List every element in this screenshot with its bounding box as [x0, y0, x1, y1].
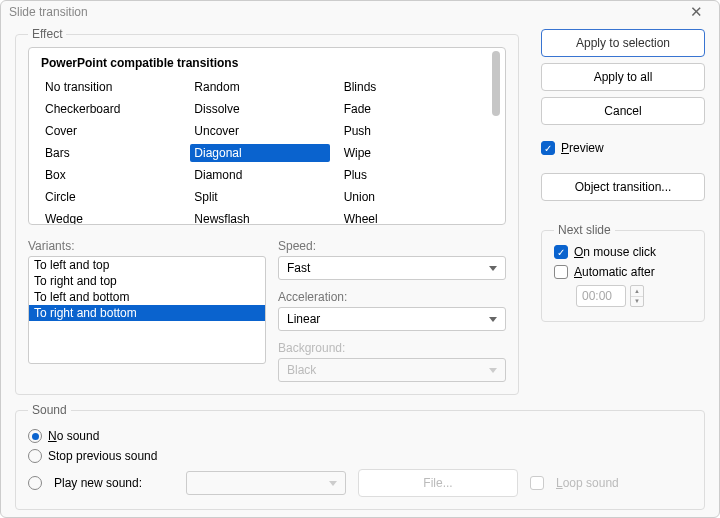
variant-item[interactable]: To left and top	[29, 257, 265, 273]
dialog-window: Slide transition ✕ Effect PowerPoint com…	[0, 0, 720, 518]
variants-label: Variants:	[28, 239, 266, 253]
spinner-down-icon: ▼	[631, 297, 643, 307]
loop-sound-label: Loop sound	[556, 476, 619, 490]
sound-file-select	[186, 471, 346, 495]
effect-item[interactable]: Bars	[41, 144, 190, 162]
side-column: Apply to selection Apply to all Cancel ✓…	[541, 23, 705, 395]
effect-item[interactable]: Newsflash	[190, 210, 339, 225]
effect-item[interactable]: Wedge	[41, 210, 190, 225]
file-button: File...	[358, 469, 518, 497]
effect-item[interactable]: Cover	[41, 122, 190, 140]
titlebar: Slide transition ✕	[1, 1, 719, 23]
automatic-after-checkbox[interactable]	[554, 265, 568, 279]
scrollbar-thumb[interactable]	[492, 51, 500, 116]
acceleration-label: Acceleration:	[278, 290, 506, 304]
effect-item[interactable]: Box	[41, 166, 190, 184]
dialog-title: Slide transition	[9, 5, 682, 19]
time-input[interactable]: 00:00	[576, 285, 626, 307]
effect-item[interactable]: Union	[340, 188, 489, 206]
play-sound-radio[interactable]	[28, 476, 42, 490]
effect-legend: Effect	[28, 27, 66, 41]
loop-sound-checkbox	[530, 476, 544, 490]
effect-item[interactable]: Diagonal	[190, 144, 330, 162]
effect-item[interactable]: Uncover	[190, 122, 339, 140]
apply-selection-button[interactable]: Apply to selection	[541, 29, 705, 57]
effect-fieldset: Effect PowerPoint compatible transitions…	[15, 27, 519, 395]
next-slide-legend: Next slide	[554, 223, 615, 237]
next-slide-fieldset: Next slide ✓ On mouse click Automatic af…	[541, 223, 705, 322]
close-icon[interactable]: ✕	[682, 1, 711, 23]
effect-item[interactable]: Dissolve	[190, 100, 339, 118]
no-sound-radio[interactable]	[28, 429, 42, 443]
speed-select[interactable]: Fast	[278, 256, 506, 280]
effect-category-header: PowerPoint compatible transitions	[41, 56, 489, 70]
preview-label: Preview	[561, 141, 604, 155]
acceleration-select[interactable]: Linear	[278, 307, 506, 331]
preview-checkbox[interactable]: ✓	[541, 141, 555, 155]
speed-label: Speed:	[278, 239, 506, 253]
effect-item[interactable]: Circle	[41, 188, 190, 206]
effect-item[interactable]: Fade	[340, 100, 489, 118]
stop-sound-label: Stop previous sound	[48, 449, 157, 463]
background-label: Background:	[278, 341, 506, 355]
sound-fieldset: Sound No sound Stop previous sound Play …	[15, 403, 705, 510]
stop-sound-radio[interactable]	[28, 449, 42, 463]
no-sound-label: No sound	[48, 429, 99, 443]
object-transition-button[interactable]: Object transition...	[541, 173, 705, 201]
variant-item[interactable]: To right and top	[29, 273, 265, 289]
effect-item[interactable]: Push	[340, 122, 489, 140]
on-mouse-click-checkbox[interactable]: ✓	[554, 245, 568, 259]
cancel-button[interactable]: Cancel	[541, 97, 705, 125]
effect-item[interactable]: Random	[190, 78, 339, 96]
variants-listbox[interactable]: To left and topTo right and topTo left a…	[28, 256, 266, 364]
variant-item[interactable]: To left and bottom	[29, 289, 265, 305]
effect-item[interactable]: Diamond	[190, 166, 339, 184]
effect-item[interactable]: Split	[190, 188, 339, 206]
effect-item[interactable]: Wheel	[340, 210, 489, 225]
effect-item[interactable]: Plus	[340, 166, 489, 184]
automatic-after-label: Automatic after	[574, 265, 655, 279]
effect-item[interactable]: Checkerboard	[41, 100, 190, 118]
variant-item[interactable]: To right and bottom	[29, 305, 265, 321]
effect-listbox[interactable]: PowerPoint compatible transitions No tra…	[28, 47, 506, 225]
play-sound-label: Play new sound:	[54, 476, 174, 490]
effect-item[interactable]: Blinds	[340, 78, 489, 96]
background-select: Black	[278, 358, 506, 382]
time-spinner[interactable]: ▲▼	[630, 285, 644, 307]
on-mouse-click-label: On mouse click	[574, 245, 656, 259]
sound-legend: Sound	[28, 403, 71, 417]
scrollbar[interactable]	[490, 51, 502, 221]
effect-item[interactable]: No transition	[41, 78, 190, 96]
apply-all-button[interactable]: Apply to all	[541, 63, 705, 91]
spinner-up-icon: ▲	[631, 286, 643, 297]
effect-item[interactable]: Wipe	[340, 144, 489, 162]
dialog-body: Effect PowerPoint compatible transitions…	[1, 23, 719, 518]
